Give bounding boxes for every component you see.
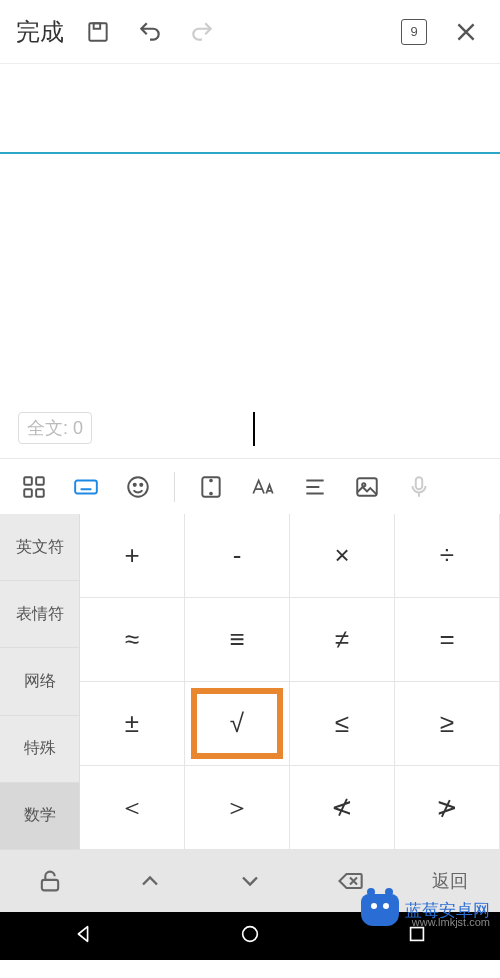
svg-rect-1 xyxy=(94,23,101,28)
title-input-area[interactable] xyxy=(0,64,500,154)
redo-icon xyxy=(180,10,224,54)
top-toolbar: 完成 9 xyxy=(0,0,500,64)
keyboard-bottom-bar: 返回 xyxy=(0,850,500,912)
done-button[interactable]: 完成 xyxy=(12,10,68,54)
word-count-badge: 全文: 0 xyxy=(18,412,92,444)
image-icon[interactable] xyxy=(343,466,391,508)
svg-rect-5 xyxy=(36,489,44,497)
svg-rect-3 xyxy=(36,477,44,485)
chevron-down-icon[interactable] xyxy=(200,867,300,895)
fullscreen-icon[interactable] xyxy=(187,466,235,508)
svg-rect-16 xyxy=(42,880,58,891)
separator xyxy=(174,472,175,502)
undo-icon[interactable] xyxy=(128,10,172,54)
font-icon[interactable] xyxy=(239,466,287,508)
emoji-icon[interactable] xyxy=(114,466,162,508)
symbol-key[interactable]: ÷ xyxy=(395,514,500,598)
save-icon[interactable] xyxy=(76,10,120,54)
svg-rect-0 xyxy=(89,23,106,40)
svg-point-8 xyxy=(134,483,136,485)
text-cursor xyxy=(253,412,255,446)
nav-home-icon[interactable] xyxy=(239,923,261,949)
keyboard-icon[interactable] xyxy=(62,466,110,508)
close-icon[interactable] xyxy=(444,10,488,54)
lock-icon[interactable] xyxy=(0,867,100,895)
symbol-key[interactable]: ＜ xyxy=(80,766,185,850)
apps-icon[interactable] xyxy=(10,466,58,508)
symbol-key[interactable]: ≡ xyxy=(185,598,290,682)
symbol-key[interactable]: ≮ xyxy=(290,766,395,850)
align-icon[interactable] xyxy=(291,466,339,508)
svg-rect-6 xyxy=(75,480,97,493)
category-tab[interactable]: 数学 xyxy=(0,783,80,850)
symbol-key[interactable]: ≤ xyxy=(290,682,395,766)
svg-point-12 xyxy=(210,492,212,494)
svg-rect-4 xyxy=(24,489,32,497)
category-tab[interactable]: 特殊 xyxy=(0,716,80,783)
symbol-grid: +-×÷≈≡≠=±√≤≥＜＞≮≯ xyxy=(80,514,500,850)
category-tab[interactable]: 表情符 xyxy=(0,581,80,648)
page-number-badge[interactable]: 9 xyxy=(392,10,436,54)
svg-rect-13 xyxy=(357,478,377,495)
svg-point-17 xyxy=(243,927,258,942)
android-nav-bar xyxy=(0,912,500,960)
svg-rect-18 xyxy=(410,928,423,941)
symbol-key[interactable]: √ xyxy=(185,682,290,766)
symbol-key[interactable]: × xyxy=(290,514,395,598)
category-list: 英文符表情符网络特殊数学 xyxy=(0,514,80,850)
symbol-key[interactable]: ≥ xyxy=(395,682,500,766)
svg-point-9 xyxy=(140,483,142,485)
symbol-key[interactable]: ≠ xyxy=(290,598,395,682)
format-toolbar xyxy=(0,458,500,514)
symbol-key[interactable]: ≈ xyxy=(80,598,185,682)
svg-rect-2 xyxy=(24,477,32,485)
category-tab[interactable]: 英文符 xyxy=(0,514,80,581)
nav-back-icon[interactable] xyxy=(72,923,94,949)
nav-recent-icon[interactable] xyxy=(406,923,428,949)
symbol-key[interactable]: ± xyxy=(80,682,185,766)
svg-rect-15 xyxy=(416,477,423,489)
category-tab[interactable]: 网络 xyxy=(0,648,80,715)
symbol-key[interactable]: - xyxy=(185,514,290,598)
mic-icon[interactable] xyxy=(395,466,443,508)
symbol-key[interactable]: = xyxy=(395,598,500,682)
symbol-key[interactable]: ＞ xyxy=(185,766,290,850)
symbol-key[interactable]: + xyxy=(80,514,185,598)
content-editor[interactable]: 全文: 0 xyxy=(0,154,500,458)
backspace-icon[interactable] xyxy=(300,867,400,895)
symbol-keyboard: 英文符表情符网络特殊数学 +-×÷≈≡≠=±√≤≥＜＞≮≯ 返回 xyxy=(0,514,500,912)
chevron-up-icon[interactable] xyxy=(100,867,200,895)
svg-point-7 xyxy=(128,477,148,497)
return-button[interactable]: 返回 xyxy=(400,869,500,893)
symbol-key[interactable]: ≯ xyxy=(395,766,500,850)
svg-point-11 xyxy=(210,479,212,481)
